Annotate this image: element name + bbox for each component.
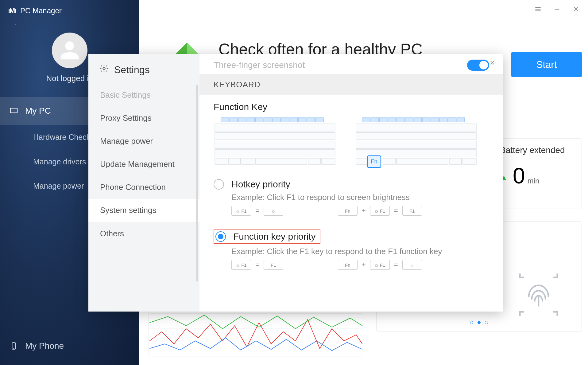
settings-nav-scrollbar[interactable] [196, 85, 198, 281]
funckey-eq-left: ☼ F1 = F1 [214, 260, 283, 270]
sidebar-header: ıMı PC Manager [0, 0, 139, 22]
svg-rect-40 [422, 118, 430, 122]
three-finger-row: Three-finger screenshot [199, 56, 503, 74]
svg-rect-41 [431, 118, 439, 122]
radio-icon [214, 179, 224, 190]
svg-rect-30 [255, 158, 307, 164]
battery-value: ▲ 0 min [500, 163, 575, 188]
settings-nav-proxy[interactable]: Proxy Settings [88, 107, 199, 130]
app-logo-icon: ıMı [7, 6, 17, 16]
svg-rect-18 [281, 118, 289, 122]
funckey-eq-right: Fn + ☼ F1 = ☼ [320, 260, 422, 270]
function-key-desc: Example: Click the F1 key to respond to … [214, 244, 489, 260]
svg-rect-28 [228, 158, 241, 164]
svg-rect-51 [397, 158, 448, 164]
svg-rect-17 [273, 118, 280, 122]
svg-rect-25 [215, 141, 335, 148]
settings-nav-basic[interactable]: Basic Settings [88, 84, 199, 107]
svg-rect-27 [215, 158, 227, 164]
svg-rect-15 [255, 118, 263, 122]
radio-hotkey[interactable]: Hotkey priority [214, 179, 489, 190]
svg-rect-38 [405, 118, 413, 122]
carousel-dots[interactable] [470, 321, 488, 324]
settings-body: Three-finger screenshot KEYBOARD Functio… [199, 54, 503, 312]
svg-rect-46 [356, 132, 476, 140]
gear-icon [99, 64, 109, 76]
svg-rect-11 [221, 118, 229, 122]
svg-rect-49 [356, 158, 368, 164]
svg-rect-22 [315, 118, 323, 122]
svg-rect-20 [298, 118, 306, 122]
svg-rect-34 [371, 118, 379, 122]
section-keyboard: KEYBOARD [199, 74, 503, 95]
menu-icon[interactable] [533, 4, 543, 14]
radio-icon [215, 231, 226, 242]
svg-rect-0 [10, 108, 17, 113]
sidebar-item-label: My Phone [25, 341, 64, 351]
svg-rect-43 [448, 118, 456, 122]
phone-icon [9, 341, 18, 351]
svg-rect-37 [397, 118, 404, 122]
settings-nav-others[interactable]: Others [88, 222, 199, 245]
dialog-close-icon[interactable] [488, 58, 497, 67]
divider [214, 222, 489, 222]
settings-nav: Settings Basic Settings Proxy Settings M… [88, 54, 199, 312]
settings-nav-phone[interactable]: Phone Connection [88, 176, 199, 199]
battery-title: Battery extended [500, 145, 575, 155]
svg-rect-45 [356, 124, 476, 131]
option-hotkey: Hotkey priority Example: Click F1 to res… [199, 176, 503, 218]
svg-rect-50 [383, 158, 395, 164]
svg-rect-12 [230, 118, 238, 122]
settings-nav-update[interactable]: Update Management [88, 153, 199, 176]
svg-rect-14 [247, 118, 255, 122]
option-function-key: Function key priority Example: Click the… [199, 226, 503, 272]
svg-rect-23 [215, 124, 335, 131]
dot-3[interactable] [485, 321, 488, 324]
settings-nav-system[interactable]: System settings [88, 199, 199, 222]
close-icon[interactable] [571, 4, 581, 14]
svg-point-9 [103, 67, 105, 70]
hotkey-desc: Example: Click F1 to respond to screen b… [214, 190, 489, 206]
svg-rect-47 [356, 141, 476, 148]
svg-rect-32 [322, 158, 335, 164]
svg-rect-16 [264, 118, 272, 122]
battery-card[interactable]: Battery extended ▲ 0 min [493, 138, 582, 209]
hotkey-label: Hotkey priority [231, 179, 290, 190]
svg-rect-35 [379, 118, 387, 122]
svg-rect-44 [457, 118, 465, 122]
highlight-box: Function key priority [214, 230, 320, 244]
settings-nav-power[interactable]: Manage power [88, 130, 199, 153]
minimize-icon[interactable] [552, 4, 562, 14]
dot-2[interactable] [478, 321, 481, 324]
fingerprint-icon [514, 270, 563, 319]
keyboard-hotkey-icon [214, 116, 336, 170]
keyboard-fn-icon: Fn [355, 116, 478, 170]
svg-rect-26 [215, 150, 335, 157]
function-key-label: Function key priority [233, 231, 315, 242]
laptop-icon [9, 106, 18, 116]
titlebar [139, 0, 588, 18]
three-finger-toggle[interactable] [467, 60, 489, 71]
settings-title: Settings [88, 60, 199, 84]
svg-rect-29 [242, 158, 254, 164]
hotkey-eq-left: ☼ F1 = ☼ [214, 206, 283, 216]
radio-function-key[interactable]: Function key priority [214, 230, 489, 244]
svg-rect-52 [449, 158, 462, 164]
svg-rect-31 [308, 158, 320, 164]
three-finger-label: Three-finger screenshot [214, 60, 305, 70]
start-button[interactable]: Start [511, 52, 582, 77]
function-key-title: Function Key [199, 95, 503, 116]
keyboard-illustrations: Fn [199, 116, 503, 176]
svg-point-2 [14, 348, 14, 349]
hotkey-eq-right: Fn + ☼ F1 = F1 [320, 206, 422, 216]
svg-rect-36 [388, 118, 396, 122]
svg-rect-13 [238, 118, 246, 122]
svg-rect-39 [414, 118, 422, 122]
svg-rect-53 [463, 158, 476, 164]
svg-rect-21 [307, 118, 315, 122]
dot-1[interactable] [470, 321, 473, 324]
avatar-icon[interactable] [52, 33, 87, 68]
sidebar-item-myphone[interactable]: My Phone [0, 335, 139, 357]
svg-rect-19 [290, 118, 298, 122]
settings-dialog: Settings Basic Settings Proxy Settings M… [88, 54, 503, 312]
